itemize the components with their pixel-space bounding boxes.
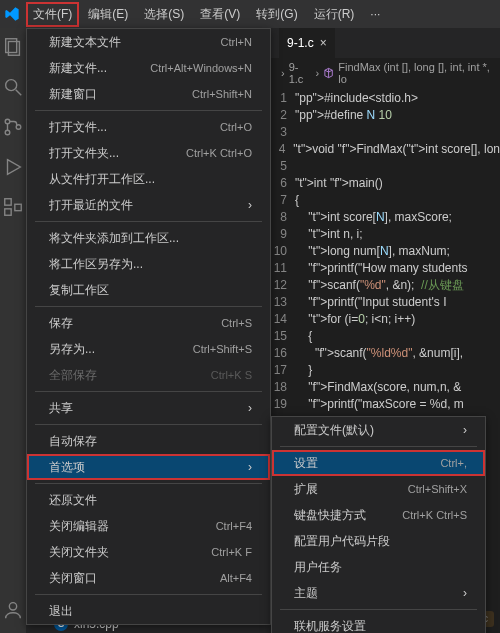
menu-item[interactable]: 保存Ctrl+S — [27, 310, 270, 336]
menubar: 文件(F) 编辑(E) 选择(S) 查看(V) 转到(G) 运行(R) ··· — [0, 0, 500, 28]
menu-more[interactable]: ··· — [363, 3, 387, 25]
svg-point-6 — [16, 125, 21, 130]
cube-icon — [323, 67, 334, 79]
svg-point-5 — [5, 130, 10, 135]
extensions-icon[interactable] — [2, 196, 24, 218]
debug-icon[interactable] — [2, 156, 24, 178]
menu-item[interactable]: 全部保存Ctrl+K S — [27, 362, 270, 388]
menu-goto[interactable]: 转到(G) — [249, 2, 304, 27]
menu-item[interactable]: 从文件打开工作区... — [27, 166, 270, 192]
menu-item[interactable]: 新建文本文件Ctrl+N — [27, 29, 270, 55]
editor-area: 9-1.c × › 9-1.c › FindMax (int [], long … — [271, 28, 500, 416]
submenu-item[interactable]: 扩展Ctrl+Shift+X — [272, 476, 485, 502]
svg-point-4 — [5, 119, 10, 124]
menu-item[interactable]: 新建窗口Ctrl+Shift+N — [27, 81, 270, 107]
menu-item[interactable]: 关闭窗口Alt+F4 — [27, 565, 270, 591]
menu-item[interactable]: 自动保存 — [27, 428, 270, 454]
account-icon[interactable] — [2, 599, 24, 621]
submenu-item[interactable]: 配置用户代码片段 — [272, 528, 485, 554]
submenu-item[interactable]: 设置Ctrl+, — [272, 450, 485, 476]
svg-point-11 — [9, 603, 16, 610]
tab-label: 9-1.c — [287, 36, 314, 50]
menu-item[interactable]: 打开文件...Ctrl+O — [27, 114, 270, 140]
tab-file[interactable]: 9-1.c × — [279, 28, 335, 58]
menu-item[interactable]: 关闭文件夹Ctrl+K F — [27, 539, 270, 565]
menu-view[interactable]: 查看(V) — [193, 2, 247, 27]
svg-point-2 — [6, 80, 17, 91]
tab-bar: 9-1.c × — [271, 28, 500, 58]
activity-bar — [0, 28, 26, 633]
file-menu-dropdown: 新建文本文件Ctrl+N新建文件...Ctrl+Alt+Windows+N新建窗… — [26, 28, 271, 625]
menu-item[interactable]: 打开文件夹...Ctrl+K Ctrl+O — [27, 140, 270, 166]
svg-rect-8 — [5, 199, 11, 205]
breadcrumb-symbol: FindMax (int [], long [], int, int *, lo — [338, 61, 490, 85]
code-editor[interactable]: 1"pp">#include<stdio.h>2"pp">#define N 1… — [271, 88, 500, 449]
menu-run[interactable]: 运行(R) — [307, 2, 362, 27]
menu-file[interactable]: 文件(F) — [26, 2, 79, 27]
menu-item[interactable]: 打开最近的文件› — [27, 192, 270, 218]
close-icon[interactable]: × — [320, 36, 327, 50]
menu-item[interactable]: 首选项› — [27, 454, 270, 480]
source-control-icon[interactable] — [2, 116, 24, 138]
menu-item[interactable]: 关闭编辑器Ctrl+F4 — [27, 513, 270, 539]
svg-line-3 — [16, 90, 22, 96]
svg-rect-10 — [15, 204, 21, 210]
menu-select[interactable]: 选择(S) — [137, 2, 191, 27]
menu-item[interactable]: 复制工作区 — [27, 277, 270, 303]
vscode-logo-icon — [4, 6, 20, 22]
submenu-item[interactable]: 联机服务设置 — [272, 613, 485, 633]
menu-item[interactable]: 将工作区另存为... — [27, 251, 270, 277]
menu-edit[interactable]: 编辑(E) — [81, 2, 135, 27]
menu-item[interactable]: 退出 — [27, 598, 270, 624]
menu-item[interactable]: 另存为...Ctrl+Shift+S — [27, 336, 270, 362]
submenu-item[interactable]: 用户任务 — [272, 554, 485, 580]
menu-item[interactable]: 新建文件...Ctrl+Alt+Windows+N — [27, 55, 270, 81]
breadcrumb[interactable]: › 9-1.c › FindMax (int [], long [], int,… — [271, 58, 500, 88]
breadcrumb-file: 9-1.c — [289, 61, 312, 85]
svg-rect-9 — [5, 209, 11, 215]
submenu-item[interactable]: 键盘快捷方式Ctrl+K Ctrl+S — [272, 502, 485, 528]
submenu-item[interactable]: 主题› — [272, 580, 485, 606]
svg-marker-7 — [8, 160, 21, 175]
menu-item[interactable]: 将文件夹添加到工作区... — [27, 225, 270, 251]
search-icon[interactable] — [2, 76, 24, 98]
submenu-item[interactable]: 配置文件(默认)› — [272, 417, 485, 443]
explorer-icon[interactable] — [2, 36, 24, 58]
preferences-submenu: 配置文件(默认)›设置Ctrl+,扩展Ctrl+Shift+X键盘快捷方式Ctr… — [271, 416, 486, 633]
menu-item[interactable]: 共享› — [27, 395, 270, 421]
menu-item[interactable]: 还原文件 — [27, 487, 270, 513]
